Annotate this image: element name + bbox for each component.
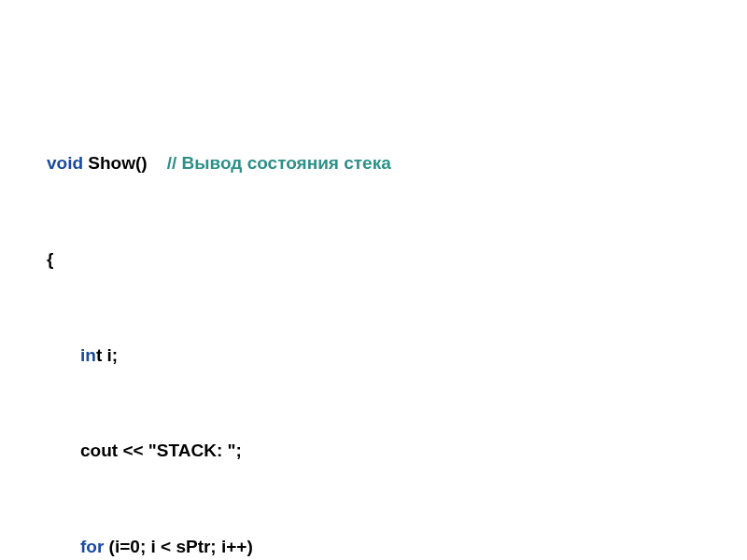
- keyword-for: for: [80, 537, 104, 556]
- code-text: t i;: [96, 345, 118, 365]
- code-snippet: void Show() // Вывод состояния стека { i…: [47, 84, 700, 560]
- code-line-5: for (i=0; i < sPtr; i++): [47, 531, 700, 560]
- keyword-void: void: [47, 153, 83, 173]
- code-line-3: int i;: [47, 340, 700, 371]
- code-text: (i=0; i < sPtr; i++): [104, 537, 252, 556]
- code-text: Show(): [83, 153, 167, 173]
- code-comment: // Вывод состояния стека: [167, 153, 391, 173]
- code-line-1: void Show() // Вывод состояния стека: [47, 147, 700, 179]
- code-line-4: cout << "STACK: ";: [47, 435, 700, 467]
- code-line-2: {: [47, 244, 700, 275]
- keyword-int: in: [80, 345, 96, 365]
